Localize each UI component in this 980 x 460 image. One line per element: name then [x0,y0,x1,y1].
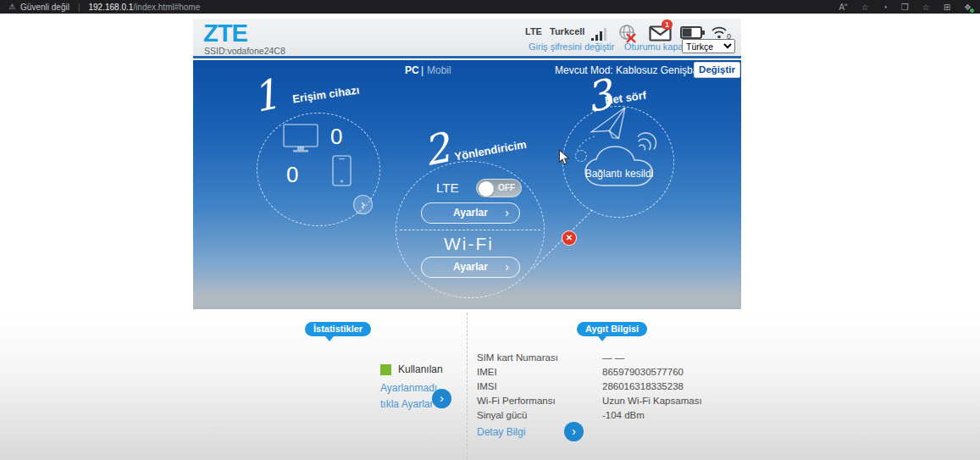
mouse-cursor [558,149,570,166]
read-aloud-icon[interactable]: Aʺ [839,3,847,12]
favorite-icon[interactable]: ☆ [861,3,869,12]
change-login-password-link[interactable]: Giriş şifresini değiştir [529,42,614,52]
security-warning-icon: ⚠ [8,3,15,11]
favorites-bar-icon[interactable]: ☆ [922,3,930,12]
lte-settings-button[interactable]: Ayarlar › [421,202,520,224]
view-mobile-tab[interactable]: Mobil [427,64,451,76]
bottom-info-section: İstatistikler Kullanılan Ayarlanmadı, tı… [0,309,980,460]
view-separator: | [421,64,424,76]
detail-info-button[interactable]: › [564,422,584,441]
battery-icon [680,26,705,39]
chevron-right-icon: › [505,203,509,223]
signal-strength-icon [591,28,606,41]
extensions-icon[interactable]: ❖ [964,3,972,12]
step1-number: 1 [248,69,284,121]
url-path[interactable]: /index.html#home [133,3,200,12]
statistics-settings-button[interactable]: › [432,389,451,408]
wifi-device-count: 0 [286,162,298,188]
legend-used-label: Kullanılan [398,363,443,375]
device-info-table: SIM kart Numarası — — IMEI 8659790305777… [477,351,731,422]
change-mode-button[interactable]: Değiştir [694,62,740,78]
not-set-text-line2: tıkla Ayarlar [380,398,433,410]
sms-count-badge: 1 [662,19,673,30]
step1-detail-button[interactable]: › [353,195,373,214]
router-header: ZTE SSID:vodafone24C8 LTE Turkcell 1 0 G… [193,19,741,58]
info-row: IMSI 286016318335238 [477,380,731,394]
language-select[interactable]: Türkçe [682,39,735,53]
section-divider [467,313,468,458]
step2-number: 2 [419,123,455,175]
detail-info-link[interactable]: Detay Bilgi [477,426,525,438]
network-tech-label: LTE [525,26,542,36]
lte-label: LTE [436,180,458,195]
info-row: Wi-Fi Performansı Uzun Wi-Fi Kapsaması [477,393,731,407]
view-pc-tab[interactable]: PC [405,64,419,76]
step1-title: Erişim cihazı [291,84,360,106]
chevron-right-icon: › [361,197,365,211]
url-separator: | [78,3,80,12]
statistics-badge: İstatistikler [305,322,371,336]
chevron-right-icon: › [505,258,509,277]
wifi-label: Wi-Fi [444,234,494,254]
monitor-icon [283,124,320,154]
wired-device-count: 0 [330,124,342,150]
connection-error-icon: ✕ [562,230,577,246]
info-row: Sinyal gücü -104 dBm [477,407,731,422]
lte-toggle[interactable]: OFF [476,179,522,197]
not-set-text-line1: Ayarlanmadı, [380,382,440,394]
device-info-badge: Aygıt Bilgisi [577,322,647,336]
ssid-label: SSID:vodafone24C8 [204,46,285,56]
step2-title: Yönlendiricim [453,138,527,163]
home-dashboard-panel: PC | Mobil Mevcut Mod: Kablosuz Genişban… [193,60,741,309]
cloud-icon [581,143,657,191]
lte-toggle-state: OFF [498,183,515,192]
extension-status-dot [970,8,974,13]
copilot-icon[interactable]: ◔ [883,3,888,12]
carrier-label: Turkcell [550,26,584,36]
collections-icon[interactable]: ⊞ [944,3,950,12]
step2-divider [400,230,540,230]
chevron-right-icon: › [572,424,576,438]
security-warning-label: Güvenli değil [20,3,69,12]
chevron-right-icon: › [440,391,444,405]
statistics-badge-tail [325,336,334,341]
url-domain[interactable]: 192.168.0.1 [89,3,134,12]
connection-status-label: Bağlantı kesildi [581,168,657,180]
phone-icon [332,155,352,187]
wifi-settings-button[interactable]: Ayarlar › [421,257,520,278]
toggle-knob-icon [479,181,494,197]
legend-used-swatch [380,364,391,375]
info-row: SIM kart Numarası — — [477,351,731,365]
zte-logo: ZTE [203,19,247,47]
split-screen-icon[interactable]: ❐ [901,3,909,12]
device-info-badge-tail [598,336,606,341]
browser-address-bar: ⚠ Güvenli değil | 192.168.0.1 /index.htm… [0,0,980,14]
logout-link[interactable]: Oturumu kapat [624,42,686,52]
info-row: IMEI 865979030577760 [477,365,731,380]
